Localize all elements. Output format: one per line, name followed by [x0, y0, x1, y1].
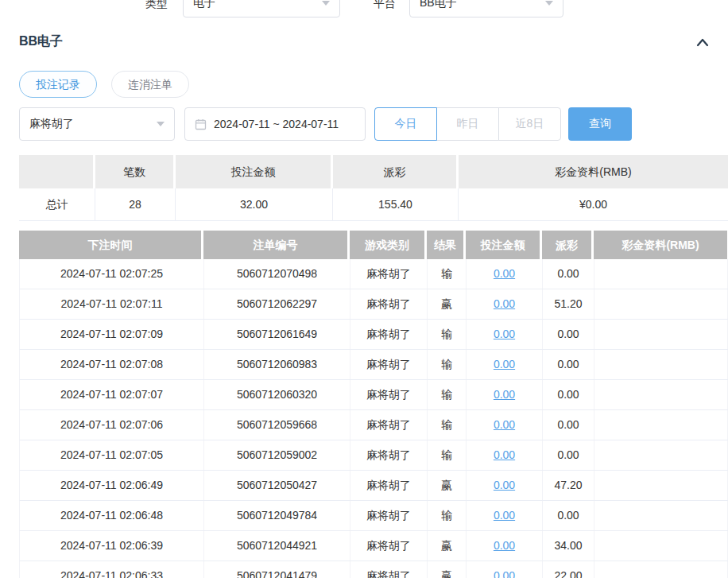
- summary-table: 笔数投注金额派彩彩金资料(RMB) 总计2832.00155.40¥0.00: [19, 155, 728, 221]
- top-filter-row: 类型 电子 平台 BB电子: [0, 0, 728, 17]
- records-table-body: 2024-07-11 02:07:255060712070498麻将胡了输0.0…: [19, 259, 728, 578]
- table-row: 2024-07-11 02:07:115060712062297麻将胡了赢0.0…: [19, 289, 728, 320]
- tab-cancelled-orders[interactable]: 连消注单: [111, 71, 189, 98]
- summary-header-cell: [19, 155, 95, 188]
- quick-date-button-2[interactable]: 近8日: [498, 107, 561, 141]
- bet-amount-cell: 0.00: [467, 501, 543, 530]
- summary-total-cell: 155.40: [333, 188, 459, 220]
- betting-records-page: 类型 电子 平台 BB电子 BB电子 投注记录连消注单 麻将胡了: [0, 0, 728, 578]
- bet-time-cell: 2024-07-11 02:07:05: [20, 440, 204, 470]
- type-select[interactable]: 电子: [183, 0, 340, 17]
- date-range-picker[interactable]: 2024-07-11 ~ 2024-07-11: [184, 107, 366, 141]
- game-type-cell: 麻将胡了: [350, 259, 428, 289]
- bonus-cell: [594, 471, 728, 500]
- order-number-cell: 5060712041479: [204, 561, 350, 578]
- result-cell: 输: [428, 320, 467, 349]
- bet-amount-link[interactable]: 0.00: [494, 539, 515, 552]
- bonus-cell: [594, 531, 728, 561]
- payout-cell: 47.20: [543, 471, 594, 500]
- bet-amount-cell: 0.00: [467, 350, 543, 379]
- bet-amount-cell: 0.00: [467, 380, 543, 409]
- result-cell: 赢: [428, 531, 467, 561]
- payout-cell: 0.00: [543, 501, 594, 530]
- bet-time-cell: 2024-07-11 02:06:39: [20, 531, 204, 561]
- bonus-cell: [594, 501, 728, 530]
- order-number-cell: 5060712059668: [204, 410, 350, 440]
- summary-total-cell: ¥0.00: [459, 188, 728, 220]
- table-row: 2024-07-11 02:06:485060712049784麻将胡了输0.0…: [19, 501, 728, 531]
- bet-amount-link[interactable]: 0.00: [494, 297, 515, 310]
- bonus-cell: [594, 410, 728, 440]
- search-button[interactable]: 查询: [568, 107, 632, 141]
- platform-select[interactable]: BB电子: [409, 0, 563, 17]
- summary-table-total-row: 总计2832.00155.40¥0.00: [19, 188, 728, 221]
- order-number-cell: 5060712060983: [204, 350, 350, 379]
- record-type-tabs: 投注记录连消注单: [19, 71, 709, 98]
- bet-amount-link[interactable]: 0.00: [494, 328, 515, 340]
- quick-date-buttons: 今日昨日近8日: [374, 107, 561, 141]
- records-header-cell: 下注时间: [19, 231, 203, 259]
- bet-time-cell: 2024-07-11 02:07:07: [20, 380, 204, 409]
- game-type-cell: 麻将胡了: [350, 501, 428, 530]
- section-header: BB电子: [19, 33, 709, 50]
- quick-date-button-0[interactable]: 今日: [374, 107, 437, 141]
- bet-amount-link[interactable]: 0.00: [494, 358, 515, 370]
- date-range-value: 2024-07-11 ~ 2024-07-11: [214, 118, 339, 130]
- records-header-cell: 派彩: [542, 231, 594, 259]
- order-number-cell: 5060712070498: [204, 259, 350, 289]
- summary-header-cell: 笔数: [95, 155, 176, 188]
- game-type-cell: 麻将胡了: [350, 440, 428, 470]
- game-type-cell: 麻将胡了: [350, 380, 428, 409]
- result-cell: 输: [428, 501, 467, 530]
- chevron-down-icon: [322, 1, 330, 6]
- bet-amount-cell: 0.00: [467, 471, 543, 500]
- result-cell: 输: [428, 380, 467, 409]
- bet-amount-link[interactable]: 0.00: [494, 509, 515, 522]
- bet-time-cell: 2024-07-11 02:07:25: [20, 259, 204, 289]
- records-header-cell: 投注金额: [466, 231, 542, 259]
- records-table-header-row: 下注时间注单编号游戏类别结果投注金额派彩彩金资料(RMB): [19, 231, 728, 259]
- summary-total-cell: 28: [95, 188, 176, 220]
- bet-time-cell: 2024-07-11 02:07:06: [20, 410, 204, 440]
- game-type-cell: 麻将胡了: [350, 531, 428, 561]
- bet-amount-link[interactable]: 0.00: [494, 569, 515, 578]
- bonus-cell: [594, 320, 728, 349]
- game-type-cell: 麻将胡了: [350, 471, 428, 500]
- game-type-cell: 麻将胡了: [350, 561, 428, 578]
- records-header-cell: 游戏类别: [350, 231, 427, 259]
- payout-cell: 0.00: [543, 320, 594, 349]
- bonus-cell: [594, 289, 728, 319]
- table-row: 2024-07-11 02:07:065060712059668麻将胡了输0.0…: [19, 410, 728, 440]
- bet-amount-link[interactable]: 0.00: [494, 479, 515, 491]
- bonus-cell: [594, 440, 728, 470]
- bet-amount-link[interactable]: 0.00: [494, 388, 515, 401]
- section-title: BB电子: [19, 33, 63, 50]
- bet-amount-link[interactable]: 0.00: [494, 418, 515, 431]
- bet-amount-link[interactable]: 0.00: [494, 267, 515, 280]
- result-cell: 输: [428, 440, 467, 470]
- bet-amount-cell: 0.00: [467, 320, 543, 349]
- bonus-cell: [594, 350, 728, 379]
- bet-amount-cell: 0.00: [467, 410, 543, 440]
- game-type-cell: 麻将胡了: [350, 350, 428, 379]
- bet-amount-cell: 0.00: [467, 259, 543, 289]
- records-header-cell: 彩金资料(RMB): [594, 231, 727, 259]
- payout-cell: 0.00: [543, 440, 594, 470]
- summary-header-cell: 彩金资料(RMB): [459, 155, 728, 188]
- game-type-cell: 麻将胡了: [350, 410, 428, 440]
- collapse-section-button[interactable]: [696, 37, 709, 47]
- order-number-cell: 5060712049784: [204, 501, 350, 530]
- table-row: 2024-07-11 02:07:075060712060320麻将胡了输0.0…: [19, 380, 728, 410]
- result-cell: 赢: [428, 471, 467, 500]
- records-header-cell: 结果: [427, 231, 466, 259]
- payout-cell: 0.00: [543, 380, 594, 409]
- summary-header-cell: 投注金额: [176, 155, 333, 188]
- payout-cell: 34.00: [543, 531, 594, 561]
- tab-bet-records[interactable]: 投注记录: [19, 71, 97, 98]
- platform-select-value: BB电子: [420, 0, 457, 10]
- game-select[interactable]: 麻将胡了: [19, 107, 175, 141]
- bet-amount-cell: 0.00: [467, 561, 543, 578]
- bet-amount-cell: 0.00: [467, 531, 543, 561]
- quick-date-button-1[interactable]: 昨日: [436, 107, 499, 141]
- bet-amount-link[interactable]: 0.00: [494, 448, 515, 461]
